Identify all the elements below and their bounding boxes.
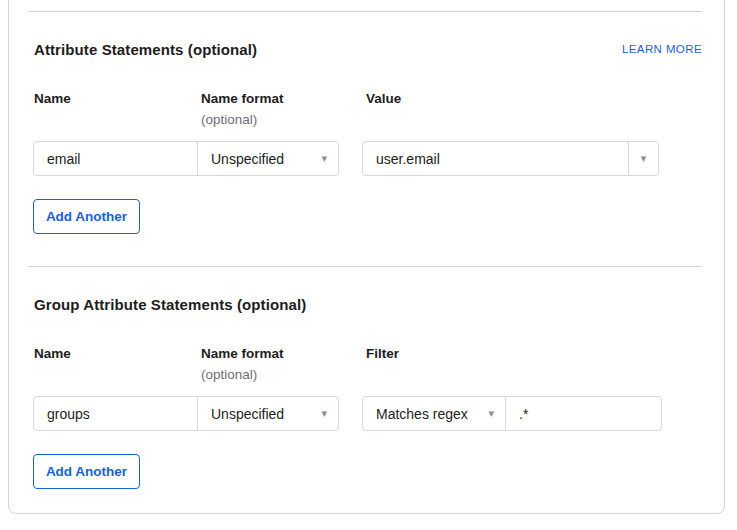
chevron-down-icon: ▾ [488,408,494,419]
s1-col-value-label: Value [366,91,401,106]
chevron-down-icon: ▾ [321,153,327,164]
group-attribute-statements-title: Group Attribute Statements (optional) [34,296,306,313]
s1-col-name-label: Name [34,91,71,106]
s2-name-input[interactable] [33,396,198,431]
s1-col-format-label: Name format [201,91,284,106]
s2-add-another-button[interactable]: Add Another [33,454,140,489]
s1-name-input[interactable] [33,141,198,176]
s1-value-dropdown-button[interactable]: ▾ [628,141,659,176]
saml-settings-page: Attribute Statements (optional) LEARN MO… [0,0,737,530]
learn-more-link[interactable]: LEARN MORE [622,43,702,55]
s2-col-filter-label: Filter [366,346,399,361]
s1-add-another-button[interactable]: Add Another [33,199,140,234]
s2-col-name-label: Name [34,346,71,361]
top-divider [28,11,702,12]
chevron-down-icon: ▾ [321,408,327,419]
s2-filter-type-select[interactable]: Matches regex ▾ [362,396,506,431]
settings-card [8,0,725,514]
s2-filter-type-value: Matches regex [376,406,468,422]
attribute-statements-title: Attribute Statements (optional) [34,41,257,58]
s1-name-format-select[interactable]: Unspecified ▾ [197,141,339,176]
s2-name-format-select[interactable]: Unspecified ▾ [197,396,339,431]
chevron-down-icon: ▾ [641,153,647,164]
s2-col-format-note: (optional) [201,367,257,382]
s1-name-format-value: Unspecified [211,151,284,167]
s2-name-format-value: Unspecified [211,406,284,422]
section-divider [28,266,702,267]
s1-value-input[interactable] [362,141,629,176]
s1-col-format-note: (optional) [201,112,257,127]
s2-col-format-label: Name format [201,346,284,361]
s2-filter-value-input[interactable] [505,396,662,431]
